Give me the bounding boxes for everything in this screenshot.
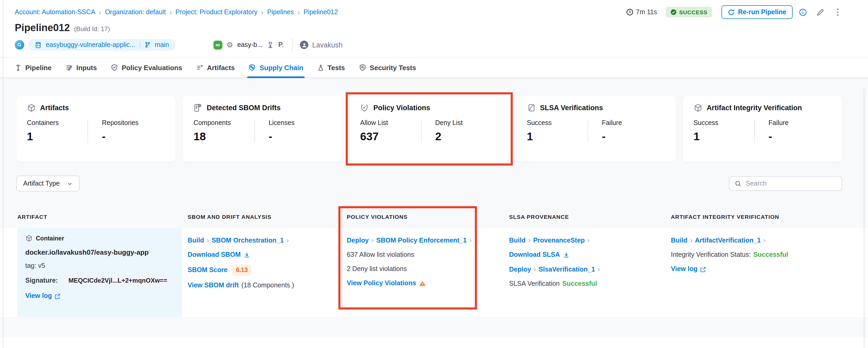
chevron-right-icon (598, 265, 600, 274)
metric-label: Failure (768, 119, 832, 126)
tab-label: Tests (328, 63, 345, 71)
branch-name: main (155, 41, 169, 49)
metric-value: - (768, 130, 832, 143)
download-sbom-link[interactable]: Download SBOM (188, 251, 241, 259)
view-log-link[interactable]: View log (671, 265, 698, 274)
slsa-verification-label: SLSA Verification (509, 280, 560, 288)
signature-value[interactable]: MEQCICde2Vjl...L+2+mqnOXw== (63, 275, 173, 286)
chevron-right-icon (690, 236, 692, 245)
tab-label: Supply Chain (259, 63, 303, 71)
tab-supply-chain[interactable]: Supply Chain (248, 57, 303, 78)
inputs-icon (65, 64, 73, 71)
info-button[interactable] (797, 6, 809, 18)
stage-link[interactable]: Build (188, 236, 204, 245)
download-slsa-link[interactable]: Download SLSA (509, 251, 560, 259)
tab-tests[interactable]: Tests (317, 57, 345, 78)
chevron-right-icon (99, 8, 101, 16)
sbom-score-badge: 6.13 (232, 265, 251, 276)
scrollbar[interactable] (864, 89, 864, 348)
check-circle-icon (670, 9, 677, 15)
signature-label: Signature: (25, 277, 58, 284)
step-link[interactable]: ProvenanceStep (533, 236, 585, 245)
metric-value: - (602, 130, 665, 143)
card-sbom-drifts: Detected SBOM Drifts Components18 Licens… (183, 96, 342, 162)
step-link[interactable]: ArtifactVerification_1 (695, 236, 761, 245)
chevron-right-icon (298, 8, 300, 16)
page-title: Pipeline012 (15, 22, 70, 34)
user-group: Lavakush (300, 40, 343, 49)
trigger-pipeline-name: easy-b... (237, 41, 262, 49)
chevron-right-icon (587, 236, 590, 245)
breadcrumb-organization[interactable]: Organization: default (105, 8, 166, 16)
top-actions: 7m 11s SUCCESS Re-run Pipeline (626, 5, 842, 19)
card-artifacts: Artifacts Containers1 Repositories- (16, 96, 176, 162)
sbom-score-link[interactable]: SBOM Score (188, 266, 227, 275)
supply-chain-content: Artifacts Containers1 Repositories- Dete… (0, 78, 868, 338)
rerun-pipeline-button[interactable]: Re-run Pipeline (722, 5, 793, 19)
trigger-user-initial: P. (278, 41, 283, 49)
download-icon (243, 252, 250, 258)
slsa-provenance-cell: Build ProvenanceStep Download SLSA Deplo… (503, 228, 665, 317)
metric-label: Success (693, 119, 754, 126)
pipeline-icon (15, 64, 22, 71)
rerun-label: Re-run Pipeline (738, 8, 786, 16)
clock-icon (626, 8, 633, 16)
supply-chain-icon (248, 64, 256, 71)
step-link[interactable]: SlsaVerification_1 (538, 265, 595, 274)
stage-link[interactable]: Deploy (509, 265, 531, 274)
step-link[interactable]: SBOM Policy Enforcement_1 (376, 236, 467, 245)
view-policy-violations-link[interactable]: View Policy Violations (347, 279, 416, 288)
breadcrumb-pipeline012[interactable]: Pipeline012 (304, 8, 338, 16)
duration-value: 7m 11s (636, 8, 657, 16)
breadcrumb-account[interactable]: Account: Automation-SSCA (15, 8, 95, 16)
avatar (300, 40, 309, 49)
integrity-cell: Build ArtifactVerification_1 Integrity V… (665, 228, 868, 317)
stage-link[interactable]: Build (509, 236, 526, 245)
metric-value: - (269, 130, 332, 143)
security-shield-icon (359, 64, 366, 71)
artifact-type-dropdown[interactable]: Artifact Type (16, 176, 80, 192)
branch-icon (144, 42, 151, 48)
tab-label: Artifacts (207, 63, 235, 71)
tab-pipeline[interactable]: Pipeline (15, 57, 52, 78)
artifact-type-label: Artifact Type (23, 180, 60, 187)
user-name: Lavakush (312, 41, 343, 49)
more-options-menu[interactable] (834, 6, 842, 18)
artifact-tag: tag: v5 (25, 262, 174, 269)
policy-violations-cell: Deploy SBOM Policy Enforcement_1 637 All… (341, 228, 503, 317)
view-sbom-drift-link[interactable]: View SBOM drift (188, 281, 239, 290)
ci-build-icon (15, 40, 24, 50)
shield-check-icon (360, 103, 369, 112)
title-row: Pipeline012 (Build Id: 17) (0, 21, 868, 34)
artifacts-list-icon (196, 64, 203, 71)
metric-label: Components (193, 119, 254, 126)
gear-icon: ⚙ (226, 40, 233, 49)
tab-security-tests[interactable]: Security Tests (359, 57, 416, 78)
view-log-link[interactable]: View log (25, 292, 52, 300)
metric-value: 2 (435, 130, 499, 143)
stage-link[interactable]: Build (671, 236, 687, 245)
trigger-group: ∞ ⚙ easy-b... P. (213, 40, 283, 49)
tab-artifacts[interactable]: Artifacts (196, 57, 235, 78)
artifacts-table: ARTIFACT SBOM AND DRIFT ANALYSIS POLICY … (0, 205, 868, 317)
breadcrumb-pipelines[interactable]: Pipelines (267, 8, 294, 16)
metric-label: Success (527, 119, 588, 126)
breadcrumb-project[interactable]: Project: Product Exploratory (176, 8, 257, 16)
breadcrumb: Account: Automation-SSCA Organization: d… (15, 8, 338, 16)
stage-link[interactable]: Deploy (347, 236, 369, 245)
slsa-badge-icon (527, 103, 536, 112)
table-row: Container docker.io/lavakush07/easy-bugg… (0, 228, 868, 317)
card-title-text: SLSA Verifications (540, 104, 603, 112)
metric-value: 18 (193, 130, 254, 143)
chevron-right-icon (169, 8, 172, 16)
search-input[interactable] (746, 180, 836, 187)
edit-button[interactable] (814, 6, 826, 18)
card-title-text: Policy Violations (373, 104, 430, 112)
step-link[interactable]: SBOM Orchestration_1 (212, 236, 284, 245)
cube-icon (25, 235, 33, 242)
external-link-icon (55, 293, 61, 299)
repo-branch-pill[interactable]: easybuggy-vulnerable-applic... main (28, 39, 175, 51)
tab-policy-evaluations[interactable]: Policy Evaluations (111, 57, 182, 78)
search-icon (735, 180, 742, 187)
tab-inputs[interactable]: Inputs (65, 57, 97, 78)
